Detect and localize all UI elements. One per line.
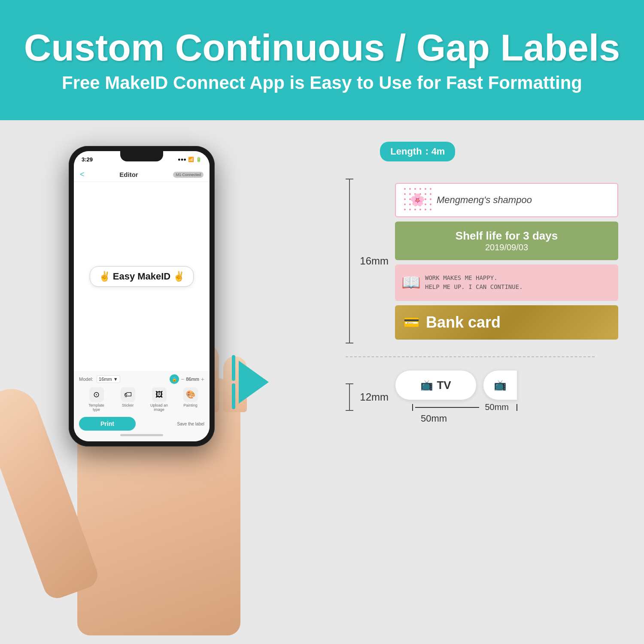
template-icon: ⊙ (89, 387, 104, 402)
label-text-motivation: WORK MAKES ME HAPPY. HELP ME UP. I CAN C… (425, 273, 523, 292)
wi-left (412, 404, 413, 411)
arrow-line-2 (232, 383, 235, 409)
label-text-motivation-1: WORK MAKES ME HAPPY. (425, 273, 523, 283)
label-card-motivation: 📖 WORK MAKES ME HAPPY. HELP ME UP. I CAN… (395, 264, 618, 301)
battery-icon: 🔋 (196, 157, 202, 162)
label-polka-pattern: 🌸 (402, 186, 432, 214)
wi-label: 50mm (485, 402, 509, 412)
bracket-16-area: 16mm 🌸 Mengmeng's shampoo Shelf life for… (346, 179, 618, 343)
canvas-label-preview: ✌ Easy MakeID ✌ (90, 266, 194, 287)
size-control: 🔒 − 86mm + (170, 374, 204, 384)
label-card-shelflife: Shelf life for 3 days 2019/09/03 (395, 222, 618, 260)
length-badge: Length：4m (380, 142, 455, 161)
label-text-shelflife-1: Shelf life for 3 days (456, 229, 558, 243)
label-emoji-1: 🌸 (410, 193, 425, 207)
tool-painting[interactable]: 🎨 Painting (183, 387, 198, 412)
phone-section: 3:29 ●●● 📶 🔋 < Editor M1·Connected (26, 129, 268, 635)
bracket-12-vline (349, 384, 350, 410)
label-text-shelflife-2: 2019/09/03 (485, 243, 528, 252)
sticker-label: Sticker (122, 403, 134, 407)
size-plus-button[interactable]: + (201, 376, 204, 383)
tool-template[interactable]: ⊙ Template type (86, 387, 107, 412)
label-text-motivation-2: HELP ME UP. I CAN CONTINUE. (425, 283, 523, 292)
editor-title-label: Editor (119, 171, 138, 178)
mm-12-row: 12mm 📺 TV 📺 (346, 370, 618, 424)
canvas-area: ✌ Easy MakeID ✌ (74, 182, 210, 371)
sub-title: Free MakeID Connect App is Easy to Use f… (62, 73, 582, 93)
size-minus-button[interactable]: − (181, 376, 184, 383)
bracket-vline (349, 179, 350, 343)
painting-icon: 🎨 (183, 387, 198, 402)
arrow-head (239, 361, 269, 404)
tools-row: ⊙ Template type 🏷 Sticker 🖼 Upload an im (79, 387, 204, 412)
length-badge-container: Length：4m (346, 142, 618, 170)
labels-12mm-group: 📺 TV 📺 50mm 50mm (395, 370, 517, 424)
arrow-lines (232, 355, 235, 409)
mm-16-label: 16mm (360, 255, 389, 267)
app-header: < Editor M1·Connected (74, 167, 210, 182)
tv-icon: 📺 (420, 379, 433, 391)
upload-label: Upload an image (149, 403, 170, 412)
width-text-container: 50mm (421, 413, 517, 424)
label-card-bankcard: 💳 Bank card (395, 305, 618, 340)
arrow-line-1 (232, 355, 235, 381)
back-button[interactable]: < (80, 170, 85, 179)
signal-icon: ●●● (178, 157, 186, 162)
mm-12-label: 12mm (360, 391, 389, 403)
wi-right (516, 404, 517, 411)
label-text-bankcard: Bank card (426, 313, 501, 331)
home-indicator (120, 434, 163, 436)
label-icon-bankcard: 💳 (404, 315, 419, 330)
main-title: Custom Continuous / Gap Labels (24, 27, 620, 69)
model-select[interactable]: 16mm ▼ (97, 375, 120, 383)
width-text: 50mm (421, 413, 447, 424)
wifi-icon: 📶 (188, 157, 194, 162)
label-card-shampoo: 🌸 Mengmeng's shampoo (395, 183, 618, 217)
width-indicator: 50mm (412, 402, 517, 412)
sticker-icon: 🏷 (121, 387, 135, 402)
arrow-section (232, 355, 269, 409)
upload-icon: 🖼 (152, 387, 167, 402)
size-value: 86mm (186, 377, 199, 382)
label-gap-tv: 📺 TV (395, 370, 477, 400)
main-content: 3:29 ●●● 📶 🔋 < Editor M1·Connected (0, 120, 644, 644)
template-label: Template type (86, 403, 107, 412)
label-icon-motivation: 📖 (401, 273, 421, 292)
bracket-bottom-tick (346, 343, 353, 343)
painting-label: Painting (183, 403, 197, 407)
status-icons: ●●● 📶 🔋 (178, 157, 202, 162)
tool-upload[interactable]: 🖼 Upload an image (149, 387, 170, 412)
label-text-shampoo: Mengmeng's shampoo (437, 194, 532, 206)
label-gap-partial: 📺 (483, 370, 517, 400)
labels-section: Length：4m 16mm 🌸 Mengmeng's shampo (268, 129, 644, 635)
top-banner: Custom Continuous / Gap Labels Free Make… (0, 0, 644, 120)
dashed-separator (346, 356, 595, 357)
print-button[interactable]: Print (79, 417, 136, 431)
phone-body: 3:29 ●●● 📶 🔋 < Editor M1·Connected (69, 146, 215, 447)
tv-icon-partial: 📺 (494, 379, 507, 391)
size-lock-icon[interactable]: 🔒 (170, 374, 179, 384)
labels-16mm-group: 🌸 Mengmeng's shampoo Shelf life for 3 da… (395, 183, 618, 340)
bracket-16mm (346, 179, 353, 343)
connected-badge: M1·Connected (173, 172, 204, 178)
page-wrapper: Custom Continuous / Gap Labels Free Make… (0, 0, 644, 644)
phone-container: 3:29 ●●● 📶 🔋 < Editor M1·Connected (69, 146, 215, 447)
status-time: 3:29 (82, 156, 93, 163)
wi-dash (415, 407, 479, 408)
bottom-controls: Model: 16mm ▼ 🔒 − 86mm + (74, 371, 210, 441)
tv-text: TV (437, 379, 451, 392)
phone-notch (120, 151, 163, 161)
save-label[interactable]: Save the label (177, 422, 204, 426)
model-label: Model: (79, 377, 93, 382)
print-row: Print Save the label (79, 415, 204, 432)
phone-screen: 3:29 ●●● 📶 🔋 < Editor M1·Connected (74, 151, 210, 441)
bracket-12mm (346, 383, 353, 411)
bracket-12-bottom (346, 410, 353, 411)
tool-sticker[interactable]: 🏷 Sticker (121, 387, 135, 412)
label-gap-row: 📺 TV 📺 (395, 370, 517, 400)
model-row: Model: 16mm ▼ 🔒 − 86mm + (79, 374, 204, 384)
